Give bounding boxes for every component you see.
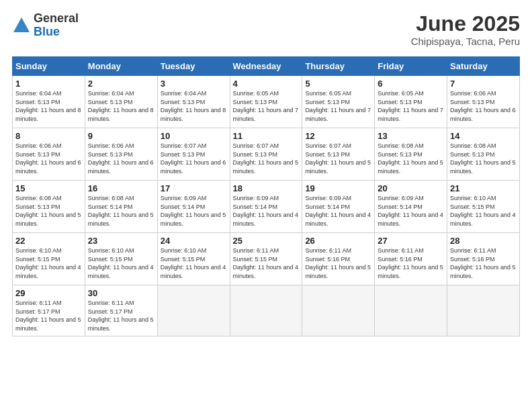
- table-row: 2 Sunrise: 6:04 AM Sunset: 5:13 PM Dayli…: [85, 76, 157, 128]
- day-number: 25: [233, 236, 300, 246]
- table-row: 19 Sunrise: 6:09 AM Sunset: 5:14 PM Dayl…: [302, 181, 375, 233]
- daylight-label: Daylight: 11 hours and 5 minutes.: [88, 212, 154, 227]
- day-info: Sunrise: 6:07 AM Sunset: 5:13 PM Dayligh…: [161, 142, 227, 175]
- day-number: 3: [161, 79, 227, 89]
- day-number: 28: [450, 236, 517, 246]
- logo-text: General Blue: [34, 12, 79, 39]
- sunrise-label: Sunrise: 6:04 AM: [15, 90, 62, 97]
- day-info: Sunrise: 6:10 AM Sunset: 5:15 PM Dayligh…: [88, 246, 154, 280]
- sunset-label: Sunset: 5:14 PM: [161, 203, 206, 210]
- day-info: Sunrise: 6:05 AM Sunset: 5:13 PM Dayligh…: [305, 89, 371, 123]
- table-row: [157, 285, 230, 336]
- table-row: 29 Sunrise: 6:11 AM Sunset: 5:17 PM Dayl…: [13, 285, 85, 336]
- sunset-label: Sunset: 5:16 PM: [305, 256, 350, 263]
- day-info: Sunrise: 6:10 AM Sunset: 5:15 PM Dayligh…: [161, 246, 227, 280]
- table-row: 6 Sunrise: 6:05 AM Sunset: 5:13 PM Dayli…: [375, 76, 447, 128]
- sunset-label: Sunset: 5:16 PM: [378, 256, 423, 263]
- table-row: 22 Sunrise: 6:10 AM Sunset: 5:15 PM Dayl…: [13, 233, 85, 285]
- sunrise-label: Sunrise: 6:10 AM: [450, 195, 496, 201]
- daylight-label: Daylight: 11 hours and 5 minutes.: [15, 212, 81, 227]
- daylight-label: Daylight: 11 hours and 4 minutes.: [15, 264, 81, 279]
- day-number: 19: [305, 183, 371, 193]
- sunrise-label: Sunrise: 6:05 AM: [305, 90, 351, 97]
- sunset-label: Sunset: 5:13 PM: [233, 151, 278, 158]
- calendar-row: 1 Sunrise: 6:04 AM Sunset: 5:13 PM Dayli…: [13, 76, 520, 128]
- table-row: 14 Sunrise: 6:08 AM Sunset: 5:13 PM Dayl…: [447, 128, 520, 181]
- col-sunday: Sunday: [13, 57, 85, 76]
- sunrise-label: Sunrise: 6:10 AM: [15, 247, 62, 254]
- table-row: 23 Sunrise: 6:10 AM Sunset: 5:15 PM Dayl…: [85, 233, 157, 285]
- sunset-label: Sunset: 5:14 PM: [88, 203, 133, 210]
- sunset-label: Sunset: 5:13 PM: [233, 99, 278, 105]
- day-info: Sunrise: 6:06 AM Sunset: 5:13 PM Dayligh…: [88, 142, 154, 175]
- daylight-label: Daylight: 11 hours and 6 minutes.: [161, 159, 226, 175]
- day-info: Sunrise: 6:11 AM Sunset: 5:16 PM Dayligh…: [305, 246, 371, 280]
- calendar: Sunday Monday Tuesday Wednesday Thursday…: [12, 56, 520, 336]
- sunset-label: Sunset: 5:13 PM: [15, 151, 60, 158]
- day-info: Sunrise: 6:05 AM Sunset: 5:13 PM Dayligh…: [233, 89, 300, 123]
- col-friday: Friday: [375, 57, 447, 76]
- day-info: Sunrise: 6:11 AM Sunset: 5:16 PM Dayligh…: [450, 246, 517, 280]
- sunrise-label: Sunrise: 6:04 AM: [88, 90, 134, 97]
- daylight-label: Daylight: 11 hours and 4 minutes.: [233, 264, 299, 279]
- day-number: 24: [161, 236, 227, 246]
- table-row: 25 Sunrise: 6:11 AM Sunset: 5:15 PM Dayl…: [230, 233, 302, 285]
- day-info: Sunrise: 6:05 AM Sunset: 5:13 PM Dayligh…: [378, 89, 444, 123]
- sunset-label: Sunset: 5:14 PM: [378, 203, 423, 210]
- title-block: June 2025 Chipispaya, Tacna, Peru: [411, 12, 520, 47]
- daylight-label: Daylight: 11 hours and 6 minutes.: [450, 107, 516, 122]
- day-info: Sunrise: 6:07 AM Sunset: 5:13 PM Dayligh…: [233, 142, 300, 175]
- day-info: Sunrise: 6:04 AM Sunset: 5:13 PM Dayligh…: [88, 89, 154, 123]
- sunrise-label: Sunrise: 6:06 AM: [88, 142, 134, 149]
- daylight-label: Daylight: 11 hours and 8 minutes.: [15, 107, 81, 122]
- table-row: 20 Sunrise: 6:09 AM Sunset: 5:14 PM Dayl…: [375, 181, 447, 233]
- sunrise-label: Sunrise: 6:11 AM: [305, 247, 351, 254]
- sunrise-label: Sunrise: 6:08 AM: [450, 142, 496, 149]
- sunrise-label: Sunrise: 6:05 AM: [233, 90, 279, 97]
- day-info: Sunrise: 6:06 AM Sunset: 5:13 PM Dayligh…: [15, 142, 82, 175]
- day-number: 29: [15, 288, 82, 298]
- day-info: Sunrise: 6:09 AM Sunset: 5:14 PM Dayligh…: [305, 194, 371, 228]
- table-row: 24 Sunrise: 6:10 AM Sunset: 5:15 PM Dayl…: [157, 233, 230, 285]
- sunset-label: Sunset: 5:13 PM: [450, 99, 495, 105]
- daylight-label: Daylight: 11 hours and 8 minutes.: [88, 107, 154, 122]
- day-number: 21: [450, 183, 517, 193]
- sunset-label: Sunset: 5:13 PM: [161, 99, 206, 105]
- sunrise-label: Sunrise: 6:11 AM: [450, 247, 496, 254]
- calendar-row: 29 Sunrise: 6:11 AM Sunset: 5:17 PM Dayl…: [13, 285, 520, 336]
- table-row: 21 Sunrise: 6:10 AM Sunset: 5:15 PM Dayl…: [447, 181, 520, 233]
- day-info: Sunrise: 6:07 AM Sunset: 5:13 PM Dayligh…: [305, 142, 371, 175]
- day-number: 12: [305, 131, 371, 141]
- daylight-label: Daylight: 11 hours and 5 minutes.: [161, 212, 226, 227]
- sunrise-label: Sunrise: 6:09 AM: [161, 195, 207, 201]
- daylight-label: Daylight: 11 hours and 4 minutes.: [233, 212, 299, 227]
- day-info: Sunrise: 6:09 AM Sunset: 5:14 PM Dayligh…: [161, 194, 227, 228]
- month-year: June 2025: [411, 12, 520, 36]
- sunset-label: Sunset: 5:15 PM: [233, 256, 278, 263]
- day-number: 30: [88, 288, 154, 298]
- daylight-label: Daylight: 11 hours and 7 minutes.: [305, 107, 371, 122]
- logo: General Blue: [12, 12, 79, 39]
- table-row: [447, 285, 520, 336]
- table-row: 10 Sunrise: 6:07 AM Sunset: 5:13 PM Dayl…: [157, 128, 230, 181]
- table-row: 4 Sunrise: 6:05 AM Sunset: 5:13 PM Dayli…: [230, 76, 302, 128]
- sunrise-label: Sunrise: 6:11 AM: [378, 247, 424, 254]
- day-number: 1: [15, 79, 82, 89]
- table-row: 9 Sunrise: 6:06 AM Sunset: 5:13 PM Dayli…: [85, 128, 157, 181]
- sunset-label: Sunset: 5:13 PM: [305, 99, 350, 105]
- table-row: 27 Sunrise: 6:11 AM Sunset: 5:16 PM Dayl…: [375, 233, 447, 285]
- table-row: 12 Sunrise: 6:07 AM Sunset: 5:13 PM Dayl…: [302, 128, 375, 181]
- table-row: 1 Sunrise: 6:04 AM Sunset: 5:13 PM Dayli…: [13, 76, 85, 128]
- daylight-label: Daylight: 11 hours and 5 minutes.: [88, 316, 154, 332]
- header: General Blue June 2025 Chipispaya, Tacna…: [12, 12, 520, 47]
- day-number: 17: [161, 183, 227, 193]
- sunrise-label: Sunrise: 6:07 AM: [233, 142, 279, 149]
- day-info: Sunrise: 6:10 AM Sunset: 5:15 PM Dayligh…: [450, 194, 517, 228]
- table-row: 28 Sunrise: 6:11 AM Sunset: 5:16 PM Dayl…: [447, 233, 520, 285]
- sunrise-label: Sunrise: 6:09 AM: [233, 195, 279, 201]
- daylight-label: Daylight: 11 hours and 5 minutes.: [450, 264, 516, 279]
- table-row: 16 Sunrise: 6:08 AM Sunset: 5:14 PM Dayl…: [85, 181, 157, 233]
- col-wednesday: Wednesday: [230, 57, 302, 76]
- sunset-label: Sunset: 5:13 PM: [88, 151, 133, 158]
- day-info: Sunrise: 6:08 AM Sunset: 5:13 PM Dayligh…: [15, 194, 82, 228]
